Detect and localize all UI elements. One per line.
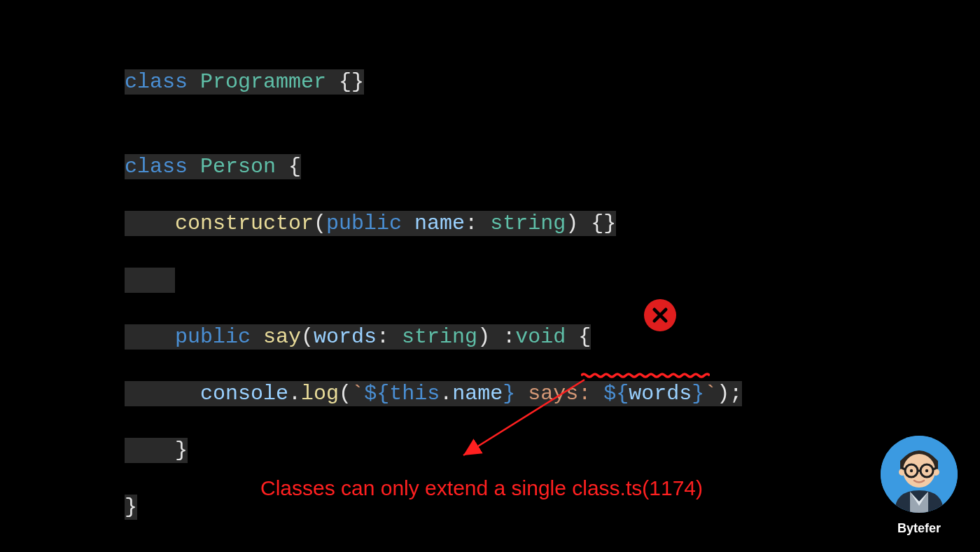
error-arrow [448,378,588,478]
svg-point-11 [925,469,928,472]
svg-line-0 [463,380,584,455]
error-icon [644,299,676,331]
author-avatar [881,436,958,513]
keyword-class: class [125,70,200,94]
svg-line-8 [902,468,905,469]
svg-line-9 [933,468,937,469]
error-squiggle [581,373,710,377]
author-block: Bytefer [881,436,958,537]
author-name: Bytefer [881,520,958,537]
error-message: Classes can only extend a single class.t… [260,474,703,503]
classname: Programmer [200,70,326,94]
svg-point-10 [910,469,913,472]
